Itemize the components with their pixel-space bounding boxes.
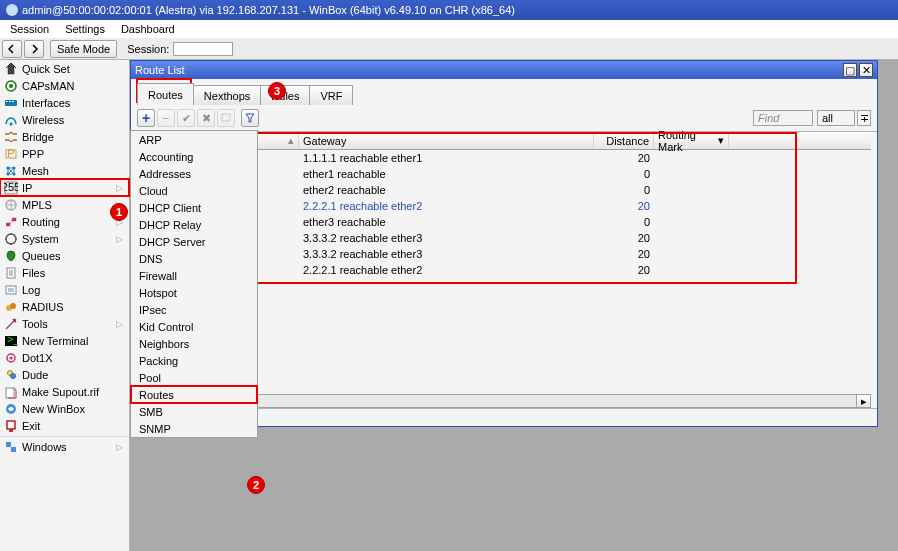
tab-nexthops[interactable]: Nexthops [193, 85, 261, 105]
submenu-item-ipsec[interactable]: IPsec [131, 301, 257, 318]
add-button[interactable]: + [137, 109, 155, 127]
sidebar-item-label: Queues [22, 250, 61, 262]
find-input[interactable]: Find [753, 110, 813, 126]
filter-button[interactable] [241, 109, 259, 127]
submenu-item-label: Hotspot [139, 287, 177, 299]
sidebar-item-tools[interactable]: Tools▷ [0, 315, 129, 332]
window-close-button[interactable]: ✕ [859, 63, 873, 77]
submenu-item-neighbors[interactable]: Neighbors [131, 335, 257, 352]
redo-button[interactable] [24, 40, 44, 58]
sidebar-item-files[interactable]: Files [0, 264, 129, 281]
submenu-item-cloud[interactable]: Cloud [131, 182, 257, 199]
submenu-item-routes[interactable]: Routes [131, 386, 257, 403]
submenu-item-label: Cloud [139, 185, 168, 197]
submenu-item-arp[interactable]: ARP [131, 131, 257, 148]
sidebar-item-queues[interactable]: Queues [0, 247, 129, 264]
sidebar-item-exit[interactable]: Exit [0, 417, 129, 434]
submenu-item-packing[interactable]: Packing [131, 352, 257, 369]
submenu-item-accounting[interactable]: Accounting [131, 148, 257, 165]
window-detach-button[interactable]: ▢ [843, 63, 857, 77]
cell-distance: 0 [594, 182, 654, 198]
filter-dropdown-button[interactable]: ∓ [857, 110, 871, 126]
filter-select[interactable]: all [817, 110, 855, 126]
svg-rect-18 [6, 286, 16, 294]
sidebar-item-quick-set[interactable]: Quick Set [0, 60, 129, 77]
submenu-item-firewall[interactable]: Firewall [131, 267, 257, 284]
sidebar-item-label: Windows [22, 441, 67, 453]
sidebar-item-label: Make Supout.rif [22, 386, 99, 398]
submenu-item-snmp[interactable]: SNMP [131, 420, 257, 437]
sidebar-item-routing[interactable]: Routing▷ [0, 213, 129, 230]
enable-button[interactable]: ✔ [177, 109, 195, 127]
sidebar-item-wireless[interactable]: Wireless [0, 111, 129, 128]
col-routing-mark[interactable]: Routing Mark▾ [654, 132, 729, 149]
sidebar-item-windows[interactable]: Windows▷ [0, 436, 129, 455]
submenu-item-label: DHCP Relay [139, 219, 201, 231]
cell-gateway: 3.3.3.2 reachable ether3 [299, 230, 594, 246]
svg-rect-29 [7, 421, 15, 429]
menu-icon [4, 402, 18, 416]
sidebar-item-dot1x[interactable]: Dot1X [0, 349, 129, 366]
submenu-item-dns[interactable]: DNS [131, 250, 257, 267]
remove-button[interactable]: − [157, 109, 175, 127]
scroll-right-button[interactable]: ▸ [856, 395, 870, 407]
cell-gateway: ether1 reachable [299, 166, 594, 182]
submenu-item-kid-control[interactable]: Kid Control [131, 318, 257, 335]
svg-text:>_: >_ [7, 334, 18, 345]
menu-icon [4, 300, 18, 314]
sidebar-item-label: Bridge [22, 131, 54, 143]
disable-button[interactable]: ✖ [197, 109, 215, 127]
submenu-item-dhcp-server[interactable]: DHCP Server [131, 233, 257, 250]
sidebar-item-make-supout-rif[interactable]: Make Supout.rif [0, 383, 129, 400]
menu-icon [4, 113, 18, 127]
submenu-item-pool[interactable]: Pool [131, 369, 257, 386]
sidebar-item-log[interactable]: Log [0, 281, 129, 298]
sidebar-item-mesh[interactable]: Mesh [0, 162, 129, 179]
window-title: Route List [135, 64, 185, 76]
menu-settings[interactable]: Settings [57, 23, 113, 35]
submenu-arrow-icon: ▷ [116, 319, 123, 329]
submenu-item-dhcp-client[interactable]: DHCP Client [131, 199, 257, 216]
safe-mode-button[interactable]: Safe Mode [50, 40, 117, 58]
session-input[interactable] [173, 42, 233, 56]
menu-bar: Session Settings Dashboard [0, 20, 898, 38]
submenu-item-addresses[interactable]: Addresses [131, 165, 257, 182]
sidebar-item-radius[interactable]: RADIUS [0, 298, 129, 315]
cell-routing-mark [654, 182, 729, 198]
sidebar-item-new-winbox[interactable]: New WinBox [0, 400, 129, 417]
menu-icon [4, 96, 18, 110]
col-distance[interactable]: Distance [594, 132, 654, 149]
submenu-item-label: ARP [139, 134, 162, 146]
submenu-item-hotspot[interactable]: Hotspot [131, 284, 257, 301]
sidebar-item-label: CAPsMAN [22, 80, 75, 92]
ip-submenu: ARPAccountingAddressesCloudDHCP ClientDH… [130, 130, 258, 438]
submenu-item-smb[interactable]: SMB [131, 403, 257, 420]
sidebar-item-interfaces[interactable]: Interfaces [0, 94, 129, 111]
cell-distance: 20 [594, 246, 654, 262]
sidebar-item-capsman[interactable]: CAPsMAN [0, 77, 129, 94]
sidebar-item-label: New Terminal [22, 335, 88, 347]
sidebar-item-label: Quick Set [22, 63, 70, 75]
window-title-bar[interactable]: Route List ▢ ✕ [131, 61, 877, 79]
svg-point-1 [9, 84, 13, 88]
comment-button[interactable] [217, 109, 235, 127]
menu-dashboard[interactable]: Dashboard [113, 23, 183, 35]
undo-button[interactable] [2, 40, 22, 58]
app-icon [6, 4, 18, 16]
sidebar-item-ppp[interactable]: PPPP [0, 145, 129, 162]
sidebar-item-new-terminal[interactable]: >_New Terminal [0, 332, 129, 349]
tab-vrf[interactable]: VRF [309, 85, 353, 105]
svg-rect-4 [9, 101, 11, 102]
tab-routes[interactable]: Routes [137, 83, 194, 105]
sidebar-item-bridge[interactable]: Bridge [0, 128, 129, 145]
col-gateway[interactable]: Gateway [299, 132, 594, 149]
svg-point-20 [10, 303, 16, 309]
cell-gateway: ether2 reachable [299, 182, 594, 198]
cell-distance: 20 [594, 262, 654, 278]
menu-session[interactable]: Session [2, 23, 57, 35]
submenu-item-dhcp-relay[interactable]: DHCP Relay [131, 216, 257, 233]
sidebar-item-dude[interactable]: Dude [0, 366, 129, 383]
sidebar-item-ip[interactable]: 255IP▷ [0, 179, 129, 196]
sidebar-item-label: Wireless [22, 114, 64, 126]
sidebar-item-system[interactable]: System▷ [0, 230, 129, 247]
